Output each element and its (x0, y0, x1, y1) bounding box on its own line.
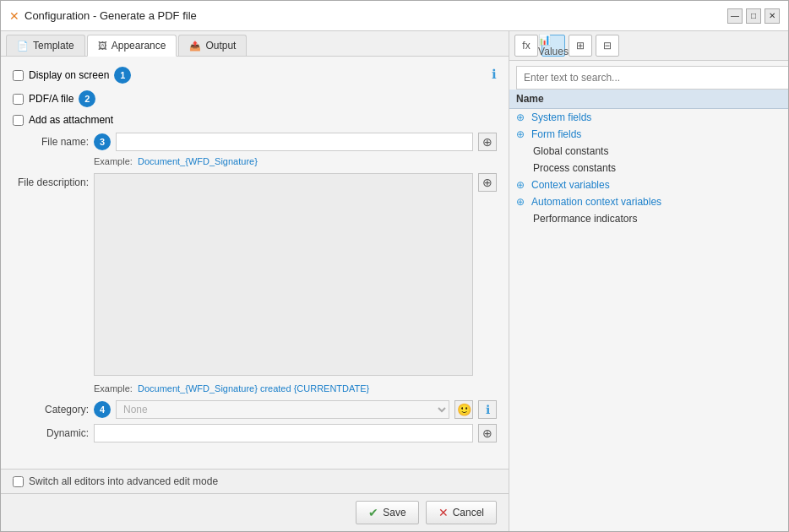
category-row: Category: 4 None 🙂 ℹ (13, 400, 497, 419)
system-fields-label: System fields (531, 111, 591, 123)
right-toolbar: fx 📊 Values ⊞ ⊟ (509, 31, 788, 61)
template-tab-icon: 📄 (17, 41, 29, 52)
maximize-button[interactable]: □ (746, 8, 761, 24)
advanced-edit-checkbox[interactable] (13, 476, 24, 487)
tree-item-process-constants[interactable]: Process constants (509, 160, 788, 176)
save-label: Save (383, 507, 405, 518)
close-button[interactable]: ✕ (765, 8, 780, 24)
info-icon-top[interactable]: ℹ (492, 67, 497, 82)
grid-button[interactable]: ⊞ (569, 35, 592, 57)
tree-item-context-variables[interactable]: ⊕ Context variables (509, 176, 788, 193)
form-fields-label: Form fields (531, 128, 581, 140)
output-tab-icon: 📤 (189, 41, 201, 52)
pdf-a-file-checkbox[interactable] (13, 94, 24, 105)
table-button[interactable]: ⊟ (596, 35, 619, 57)
bottom-bar: Switch all editors into advanced edit mo… (1, 469, 509, 493)
add-as-attachment-checkbox[interactable] (13, 115, 24, 126)
file-description-example-prefix: Example: (94, 383, 133, 394)
tab-bar: 📄 Template 🖼 Appearance 📤 Output (1, 31, 509, 57)
category-select[interactable]: None (116, 400, 449, 419)
badge-4: 4 (94, 401, 111, 418)
tab-template[interactable]: 📄 Template (6, 35, 85, 56)
table-icon: ⊟ (603, 40, 612, 52)
dynamic-row: Dynamic: ⊕ (13, 424, 497, 442)
title-bar: ✕ Configuration - Generate a PDF file — … (1, 1, 788, 31)
expand-icon-system-fields: ⊕ (516, 111, 528, 123)
file-description-example-value: Document_{WFD_Signature} created {CURREN… (138, 383, 369, 394)
file-description-row: File description: ⊕ (13, 173, 497, 378)
file-name-example-prefix: Example: (94, 156, 133, 166)
file-description-example: Example: Document_{WFD_Signature} create… (94, 383, 497, 394)
tree-item-form-fields[interactable]: ⊕ Form fields (509, 126, 788, 143)
category-info-btn[interactable]: ℹ (478, 400, 497, 419)
grid-icon: ⊞ (576, 40, 585, 52)
category-label: Category: (13, 404, 89, 415)
minimize-button[interactable]: — (727, 8, 743, 24)
search-input[interactable] (516, 66, 788, 90)
values-label: 📊 Values (538, 34, 569, 57)
expand-icon-automation: ⊕ (516, 196, 528, 208)
file-description-textarea[interactable] (94, 173, 473, 376)
pdf-a-file-row: PDF/A file 2 (13, 90, 497, 107)
file-name-label: File name: (13, 136, 89, 148)
dynamic-input[interactable] (94, 424, 473, 442)
file-description-label: File description: (13, 173, 89, 188)
expand-icon-context-variables: ⊕ (516, 179, 528, 191)
performance-indicators-label: Performance indicators (533, 213, 637, 225)
fx-label: fx (522, 40, 530, 52)
expand-icon-form-fields: ⊕ (516, 128, 528, 140)
title-bar-left: ✕ Configuration - Generate a PDF file (9, 9, 197, 23)
file-name-input[interactable] (116, 133, 473, 151)
main-window: ✕ Configuration - Generate a PDF file — … (0, 0, 789, 532)
file-name-example-value: Document_{WFD_Signature} (138, 156, 258, 166)
window-title: Configuration - Generate a PDF file (24, 9, 197, 22)
save-button[interactable]: ✔ Save (356, 501, 418, 524)
tab-appearance-label: Appearance (112, 40, 166, 52)
process-constants-label: Process constants (533, 162, 616, 174)
tab-output-label: Output (205, 40, 236, 52)
action-bar: ✔ Save ✕ Cancel (1, 493, 509, 531)
tab-template-label: Template (33, 40, 74, 52)
right-panel: fx 📊 Values ⊞ ⊟ Name ⊕ Sys (509, 31, 788, 531)
add-as-attachment-label: Add as attachment (29, 114, 113, 126)
context-variables-label: Context variables (531, 179, 610, 191)
title-controls: — □ ✕ (727, 8, 780, 24)
cancel-button[interactable]: ✕ Cancel (426, 501, 497, 524)
tree-item-performance-indicators[interactable]: Performance indicators (509, 210, 788, 227)
pdf-a-file-label: PDF/A file (29, 93, 73, 105)
file-description-wrap (94, 173, 473, 378)
form-area: ℹ Display on screen 1 PDF/A file 2 Add a… (1, 57, 509, 469)
dynamic-label: Dynamic: (13, 427, 89, 439)
display-on-screen-row: Display on screen 1 (13, 67, 497, 84)
dynamic-expand-btn[interactable]: ⊕ (478, 424, 497, 442)
badge-1: 1 (114, 67, 131, 84)
file-name-expand-btn[interactable]: ⊕ (478, 133, 497, 151)
tree-item-global-constants[interactable]: Global constants (509, 143, 788, 160)
tree-item-automation-context[interactable]: ⊕ Automation context variables (509, 193, 788, 210)
values-button[interactable]: 📊 Values (541, 35, 565, 57)
badge-2: 2 (79, 90, 95, 107)
main-content: 📄 Template 🖼 Appearance 📤 Output ℹ (1, 31, 788, 531)
left-panel: 📄 Template 🖼 Appearance 📤 Output ℹ (1, 31, 509, 531)
automation-context-label: Automation context variables (531, 196, 661, 208)
fx-button[interactable]: fx (514, 35, 538, 57)
category-emoji-btn[interactable]: 🙂 (454, 400, 473, 419)
save-icon: ✔ (368, 506, 378, 519)
tree-item-system-fields[interactable]: ⊕ System fields (509, 109, 788, 126)
badge-3: 3 (94, 133, 111, 150)
file-description-expand-btn[interactable]: ⊕ (478, 173, 497, 192)
tree-header: Name (509, 90, 788, 109)
display-on-screen-label: Display on screen (29, 69, 109, 81)
tab-appearance[interactable]: 🖼 Appearance (87, 35, 177, 57)
cancel-label: Cancel (453, 507, 484, 518)
tab-output[interactable]: 📤 Output (178, 35, 247, 56)
display-on-screen-checkbox[interactable] (13, 70, 24, 81)
global-constants-label: Global constants (533, 145, 608, 157)
add-as-attachment-row: Add as attachment (13, 114, 497, 126)
appearance-tab-icon: 🖼 (98, 41, 107, 51)
tree-area: ⊕ System fields ⊕ Form fields Global con… (509, 109, 788, 531)
app-icon: ✕ (9, 9, 19, 23)
file-name-example: Example: Document_{WFD_Signature} (94, 156, 497, 166)
file-name-row: File name: 3 ⊕ (13, 133, 497, 151)
cancel-icon: ✕ (438, 506, 449, 519)
